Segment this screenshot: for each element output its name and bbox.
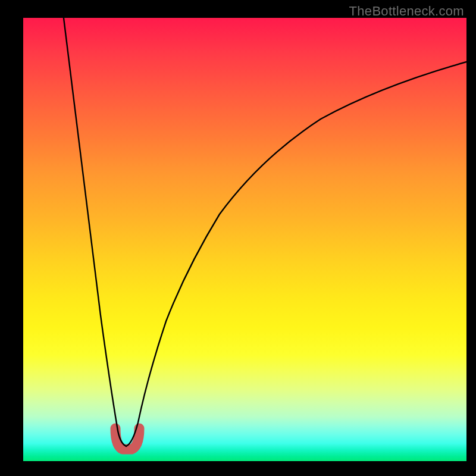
plot-area xyxy=(23,18,466,461)
curve-left-branch xyxy=(61,18,126,446)
curve-right-branch xyxy=(126,62,466,446)
curve-layer xyxy=(23,18,466,461)
chart-frame: TheBottleneck.com xyxy=(0,0,476,476)
watermark-text: TheBottleneck.com xyxy=(349,4,464,19)
